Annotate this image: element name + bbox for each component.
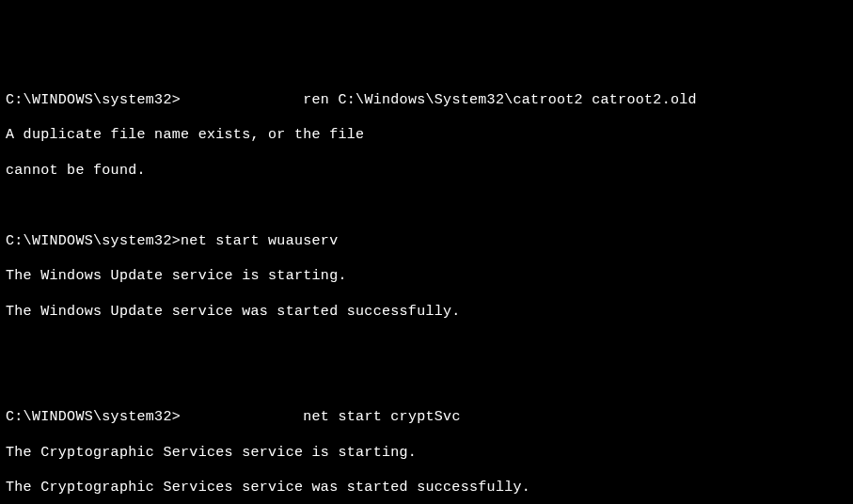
output-line: The Cryptographic Services service was s… — [6, 480, 847, 497]
blank-line — [6, 374, 847, 392]
command-line: C:\WINDOWS\system32> net start cryptSvc — [6, 409, 847, 427]
command-line: C:\WINDOWS\system32> ren C:\Windows\Syst… — [6, 92, 847, 110]
command-line: C:\WINDOWS\system32>net start wuauserv — [6, 233, 847, 251]
terminal-output[interactable]: C:\WINDOWS\system32> ren C:\Windows\Syst… — [6, 74, 847, 504]
output-line: cannot be found. — [6, 163, 847, 181]
command-padding — [181, 409, 303, 425]
output-line: The Windows Update service was started s… — [6, 304, 847, 322]
command-text: net start wuauserv — [181, 233, 338, 249]
command-text: net start cryptSvc — [303, 409, 460, 425]
blank-line — [6, 197, 847, 215]
command-text: ren C:\Windows\System32\catroot2 catroot… — [303, 92, 697, 108]
prompt: C:\WINDOWS\system32> — [6, 233, 181, 249]
command-padding — [181, 92, 303, 108]
output-line: The Cryptographic Services service is st… — [6, 445, 847, 463]
prompt: C:\WINDOWS\system32> — [6, 409, 181, 425]
prompt: C:\WINDOWS\system32> — [6, 92, 181, 108]
output-line: The Windows Update service is starting. — [6, 268, 847, 286]
output-line: A duplicate file name exists, or the fil… — [6, 127, 847, 145]
blank-line — [6, 339, 847, 356]
